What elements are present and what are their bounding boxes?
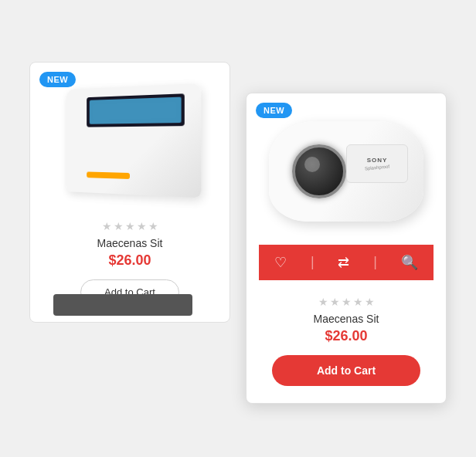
- bottom-bar: [53, 294, 192, 316]
- product-price-left: $26.00: [108, 252, 151, 269]
- search-icon[interactable]: 🔍: [393, 254, 426, 271]
- device-left-screen: [90, 96, 182, 124]
- device-right-shape: SONY Splashproof: [269, 121, 423, 222]
- star-2: ★: [114, 220, 124, 232]
- cards-container: NEW ★ ★ ★ ★ ★ Maecenas Sit $26.00 Add to…: [14, 39, 462, 419]
- wishlist-icon[interactable]: ♡: [267, 254, 294, 271]
- badge-new-right: NEW: [256, 103, 292, 118]
- star-4: ★: [137, 220, 147, 232]
- splashproof-label: Splashproof: [365, 164, 389, 171]
- star-r3: ★: [342, 296, 352, 308]
- divider-2: |: [373, 254, 377, 270]
- stars-left: ★ ★ ★ ★ ★: [102, 220, 158, 232]
- star-r2: ★: [330, 296, 340, 308]
- product-price-right: $26.00: [325, 328, 367, 344]
- star-3: ★: [125, 220, 135, 232]
- product-name-right: Maecenas Sit: [314, 313, 379, 325]
- star-r1: ★: [318, 296, 328, 308]
- stars-right: ★ ★ ★ ★ ★: [318, 296, 375, 308]
- camera-lens: [292, 144, 346, 198]
- compare-icon[interactable]: ⇄: [330, 254, 357, 271]
- star-5: ★: [148, 220, 158, 232]
- sony-brand: SONY: [367, 157, 388, 164]
- star-1: ★: [102, 220, 112, 232]
- product-card-left: NEW ★ ★ ★ ★ ★ Maecenas Sit $26.00 Add to…: [29, 62, 230, 323]
- product-image-right: SONY Splashproof: [259, 106, 434, 237]
- product-card-right: NEW SONY Splashproof ♡ | ⇄ | 🔍 ★ ★ ★ ★ ★: [246, 93, 447, 404]
- badge-new-left: NEW: [39, 72, 76, 87]
- action-bar: ♡ | ⇄ | 🔍: [259, 245, 434, 280]
- divider-1: |: [311, 254, 314, 270]
- add-to-cart-button-right[interactable]: Add to Cart: [272, 355, 420, 386]
- product-image-left: [42, 75, 217, 206]
- star-r4: ★: [353, 296, 363, 308]
- product-name-left: Maecenas Sit: [97, 237, 163, 249]
- camera-body: SONY Splashproof: [346, 144, 408, 183]
- device-left-shape: [66, 83, 201, 198]
- star-r5: ★: [365, 296, 375, 308]
